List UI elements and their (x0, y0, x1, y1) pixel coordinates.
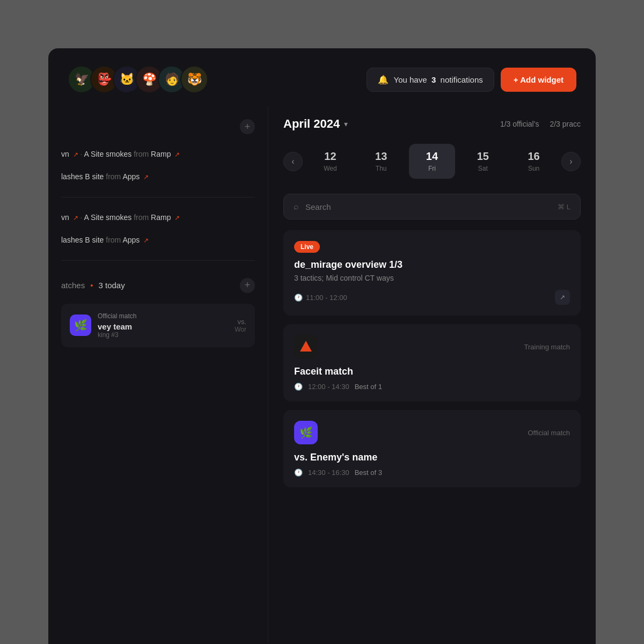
matches-label: atches (61, 281, 85, 290)
faceit-logo-svg (299, 340, 313, 354)
day-button-thu[interactable]: 13 Thu (358, 144, 405, 179)
matches-header: atches • 3 today + (61, 269, 255, 304)
key-shortcut: L (567, 203, 570, 211)
svg-marker-0 (300, 341, 312, 352)
matches-title: atches • 3 today (61, 281, 125, 290)
next-week-button[interactable]: › (561, 152, 581, 171)
notification-text: You have 3 notifications (394, 75, 483, 84)
month-title: April 2024 (283, 117, 340, 131)
matches-count: 3 today (98, 281, 125, 290)
match-type-official: Official match (528, 429, 570, 437)
app-window: 🦅 👺 🐱 🍄 🧑 🐯 🔔 You have 3 notifications +… (48, 48, 596, 644)
week-nav: ‹ 12 Wed 13 Thu 14 Fri 15 Sat (283, 144, 581, 179)
match-team-name: vey team (98, 322, 228, 331)
avatars-group: 🦅 👺 🐱 🍄 🧑 🐯 (68, 65, 208, 93)
officials-stat: 1/3 official's (500, 120, 539, 128)
match-vs-info: vs. Wor (235, 318, 246, 333)
strategy-item: vn ↗ · A Site smokes from Ramp ↗ (61, 206, 255, 229)
faceit-icon (294, 335, 318, 358)
match-vs-sub: Wor (235, 326, 246, 333)
match-info: Official match vey team king #3 (98, 312, 228, 339)
search-shortcut: ⌘ L (558, 203, 570, 211)
match-icon: 🌿 (70, 314, 91, 336)
external-link-button[interactable]: ↗ (555, 290, 570, 305)
day-button-sun[interactable]: 16 Sun (510, 144, 557, 179)
match-type-label: Official match (98, 312, 228, 320)
right-panel: April 2024 ▾ 1/3 official's 2/3 pracc ‹ … (268, 106, 596, 643)
fade-overlay (48, 600, 268, 643)
avatar[interactable]: 🐯 (180, 65, 208, 93)
search-input[interactable] (305, 202, 551, 211)
match-card-left[interactable]: 🌿 Official match vey team king #3 vs. Wo… (61, 304, 255, 347)
day-button-fri[interactable]: 14 Fri (409, 144, 456, 179)
official-match-icon: 🌿 (294, 421, 318, 444)
calendar-stats: 1/3 official's 2/3 pracc (500, 120, 581, 128)
event-time: 🕐 11:00 - 12:00 ↗ (294, 290, 570, 305)
official-logo-icon: 🌿 (299, 426, 313, 439)
left-panel: + vn ↗ · A Site smokes from Ramp ↗ lashe… (48, 106, 268, 643)
official-match-time: 🕐 14:30 - 16:30 Best of 3 (294, 469, 570, 477)
strategy-item: lashes B site from Apps ↗ (61, 165, 255, 188)
bell-icon: 🔔 (378, 75, 389, 85)
match-sub: king #3 (98, 331, 228, 339)
strategy-item: vn ↗ · A Site smokes from Ramp ↗ (61, 143, 255, 165)
prev-week-button[interactable]: ‹ (283, 152, 303, 171)
divider (61, 260, 255, 261)
best-of-label: Best of 1 (355, 383, 382, 391)
add-widget-button[interactable]: + Add widget (501, 68, 576, 92)
header: 🦅 👺 🐱 🍄 🧑 🐯 🔔 You have 3 notifications +… (48, 48, 596, 106)
day-button-sat[interactable]: 15 Sat (459, 144, 506, 179)
divider (61, 197, 255, 197)
chevron-down-icon: ▾ (344, 120, 348, 128)
notification-button[interactable]: 🔔 You have 3 notifications (367, 68, 494, 92)
clock-icon: 🕐 (294, 294, 303, 302)
cmd-shortcut: ⌘ (558, 203, 565, 211)
event-time-text: 11:00 - 12:00 (306, 294, 347, 302)
match-card-header: Training match (294, 335, 570, 358)
official-match-card: 🌿 Official match vs. Enemy's name 🕐 14:3… (283, 410, 581, 487)
pracc-stat: 2/3 pracc (550, 120, 581, 128)
search-bar: ⌕ ⌘ L (283, 194, 581, 219)
match-type-training: Training match (524, 343, 570, 351)
official-time-text: 14:30 - 16:30 (308, 469, 349, 477)
strategy-item: lashes B site from Apps ↗ (61, 229, 255, 251)
event-title: de_mirage overview 1/3 (294, 259, 570, 270)
calendar-header: April 2024 ▾ 1/3 official's 2/3 pracc (283, 117, 581, 131)
faceit-match-card: Training match Faceit match 🕐 12:00 - 14… (283, 324, 581, 401)
faceit-time-text: 12:00 - 14:30 (308, 383, 349, 391)
search-icon: ⌕ (294, 202, 299, 211)
header-actions: 🔔 You have 3 notifications + Add widget (367, 68, 576, 92)
live-badge: Live (294, 241, 320, 253)
day-button-wed[interactable]: 12 Wed (307, 144, 354, 179)
match-card-header-official: 🌿 Official match (294, 421, 570, 444)
clock-icon: 🕐 (294, 383, 303, 391)
live-event-card: Live de_mirage overview 1/3 3 tactics; M… (283, 230, 581, 316)
event-time-range: 🕐 11:00 - 12:00 (294, 294, 347, 302)
match-vs: vs. (235, 318, 246, 326)
add-section-button[interactable]: + (240, 119, 255, 134)
faceit-match-time: 🕐 12:00 - 14:30 Best of 1 (294, 383, 570, 391)
official-match-title: vs. Enemy's name (294, 452, 570, 463)
month-selector[interactable]: April 2024 ▾ (283, 117, 348, 131)
best-of-label: Best of 3 (355, 469, 382, 477)
dot-separator: • (90, 281, 93, 290)
main-content: + vn ↗ · A Site smokes from Ramp ↗ lashe… (48, 106, 596, 643)
left-panel-top: + (61, 115, 255, 143)
clock-icon: 🕐 (294, 469, 303, 477)
official-icon: 🌿 (74, 319, 87, 332)
add-match-button[interactable]: + (240, 278, 255, 293)
event-subtitle: 3 tactics; Mid control CT ways (294, 274, 570, 282)
faceit-match-title: Faceit match (294, 366, 570, 377)
